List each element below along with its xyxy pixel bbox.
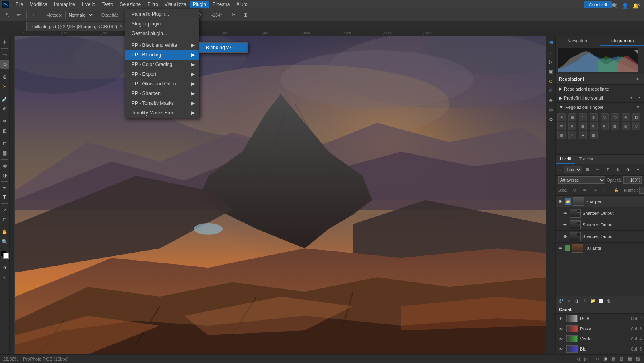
layer-eye-out1[interactable]: 👁 [562, 210, 568, 216]
canali-rgb[interactable]: 👁 RGB Ctrl+2 [556, 314, 644, 324]
plugin-pannello[interactable]: Pannello Plugin... [125, 9, 199, 19]
tool-crop[interactable]: ✂ [0, 82, 9, 91]
menu-selezione[interactable]: Selezione [116, 1, 144, 8]
minimize-button[interactable]: ─ [610, 0, 621, 9]
adj-brightness-icon[interactable]: ☀ [557, 113, 566, 121]
tool-zoom[interactable]: 🔍 [0, 237, 9, 246]
tool-brush[interactable]: ✏ [0, 117, 9, 126]
reg-personali-header[interactable]: ▶ Predefiniti personali + ⋯ [556, 93, 644, 102]
livelli-filter-icon-2[interactable]: ✏ [593, 165, 602, 174]
new-group-btn[interactable]: 📁 [590, 297, 596, 304]
opacity-input[interactable] [623, 176, 642, 184]
adj-curves-icon[interactable]: ∿ [579, 113, 587, 121]
ps-icon[interactable]: Ps [547, 38, 555, 47]
tool-move[interactable]: ✛ [0, 38, 9, 47]
tool-eyedropper[interactable]: 💉 [0, 95, 9, 104]
tool-pen[interactable]: ✒ [0, 183, 9, 192]
panel-8-icon[interactable]: ⚙ [547, 115, 555, 124]
layer-taillante[interactable]: 👁 Taillante [556, 243, 644, 254]
new-layer-btn[interactable]: 📄 [598, 297, 604, 304]
delete-layer-btn[interactable]: 🗑 [606, 297, 612, 304]
panel-6-icon[interactable]: ⊕ [547, 96, 555, 105]
maximize-button[interactable]: □ [621, 0, 633, 9]
menu-testo[interactable]: Testo [99, 1, 117, 8]
tool-marquee[interactable]: ▭ [0, 50, 9, 59]
adj-photofilter-icon[interactable]: ⌘ [557, 122, 566, 130]
adj-colorlookup-icon[interactable]: ▦ [579, 122, 587, 130]
adj-gradient-icon[interactable]: ▤ [622, 122, 630, 130]
tool-blur[interactable]: ◎ [0, 161, 9, 170]
livelli-filter-icon-4[interactable]: ⊕ [613, 165, 622, 174]
eye-rosso[interactable]: 👁 [558, 326, 564, 332]
tool-shape[interactable]: □ [0, 215, 9, 224]
layer-sharpen-group[interactable]: 👁 📁 Sharpen [556, 196, 644, 207]
plugin-bw[interactable]: PP - Black and White ▶ [125, 40, 199, 50]
panel-1-icon[interactable]: ↕ [547, 48, 555, 56]
status-btn-3[interactable]: ▤ [610, 356, 617, 362]
fill-input[interactable] [639, 187, 644, 194]
fx-btn[interactable]: fx [566, 297, 572, 304]
status-btn-2[interactable]: ▣ [602, 356, 609, 362]
panel-4-icon[interactable]: ⊕ [547, 77, 555, 85]
reg-menu-icon[interactable]: ≡ [634, 76, 641, 82]
reg-add-icon[interactable]: + [629, 95, 634, 101]
plugin-glow[interactable]: PP - Glow and Orton ▶ [125, 79, 199, 89]
tool-lasso[interactable]: ⟲ [0, 60, 9, 69]
plugin-tonality[interactable]: PP - Tonality Masks ▶ [125, 98, 199, 108]
transform-icon[interactable]: ⊞ [240, 10, 250, 20]
adj-mixer-icon[interactable]: ⊞ [568, 122, 576, 130]
menu-aiuto[interactable]: Aiuto [233, 1, 250, 8]
adj-invert-icon[interactable]: ⊡ [590, 122, 598, 130]
reg-predefinite-header[interactable]: ▶ Regolazioni predefinite [556, 85, 644, 93]
panel-3-icon[interactable]: ▣ [547, 67, 555, 76]
plugin-color[interactable]: PP - Color Grading ▶ [125, 60, 199, 69]
link-layers-btn[interactable]: 🔗 [557, 297, 564, 304]
lock-paint-btn[interactable]: ✏ [580, 186, 589, 195]
reg-singole-header[interactable]: ▼ Regolazioni singole ≡ [556, 103, 644, 112]
foreground-color[interactable] [1, 251, 9, 259]
lock-move-btn[interactable]: ✛ [591, 186, 600, 195]
condividi-button[interactable]: Condividi [584, 1, 612, 8]
tool-circle[interactable]: ○ [29, 10, 39, 20]
canali-verde[interactable]: 👁 Verde Ctrl+4 [556, 334, 644, 344]
layer-eye-sharpen[interactable]: 👁 [557, 199, 563, 204]
status-btn-5[interactable]: ▦ [626, 356, 633, 362]
reg-singole-menu-icon[interactable]: ≡ [635, 104, 641, 110]
doc-tab-close[interactable]: ✕ [120, 24, 123, 29]
plugin-export[interactable]: PP - Export ▶ [125, 69, 199, 79]
tool-clone[interactable]: ⊞ [0, 127, 9, 135]
tool-dodge[interactable]: ◑ [0, 171, 9, 180]
tool-frame[interactable]: ⊡ [0, 273, 9, 282]
menu-immagine[interactable]: Immagine [51, 1, 78, 8]
layer-sharpen-out1[interactable]: 👁 Sharpen Output [556, 207, 644, 219]
livelli-type-filter[interactable]: Tipo [564, 166, 582, 173]
crop-icon[interactable]: ✂ [229, 10, 239, 20]
canali-rosso[interactable]: 👁 Rosso Ctrl+3 [556, 324, 644, 334]
layer-eye-out2[interactable]: 👁 [562, 222, 568, 228]
adj-exposure-icon[interactable]: ◑ [590, 113, 598, 121]
adj-levels2-icon[interactable]: ▦ [557, 131, 566, 139]
plugin-sharpen[interactable]: PP - Sharpen ▶ [125, 89, 199, 98]
tool-healing[interactable]: ⊕ [0, 104, 9, 113]
lock-transparent-btn[interactable]: ⬡ [570, 186, 579, 195]
adj-colorbalance-icon[interactable]: ⊕ [622, 113, 630, 121]
adj-hsl-icon[interactable]: ⬡ [611, 113, 619, 121]
livelli-filter-toggle[interactable]: ● [634, 165, 642, 174]
status-btn-1[interactable]: □ [594, 356, 601, 362]
tool-quick-select[interactable]: ⊛ [0, 73, 9, 81]
livelli-filter-icon-3[interactable]: T [603, 165, 612, 174]
blending-v2-item[interactable]: Blending v2.1 [200, 43, 247, 52]
panel-5-icon[interactable]: ⊕ [547, 86, 555, 95]
tool-text[interactable]: T [0, 193, 9, 202]
menu-filtro[interactable]: Filtro [144, 1, 161, 8]
layer-eye-taillante[interactable]: 👁 [557, 245, 563, 251]
tool-mask[interactable]: ◑ [0, 263, 9, 272]
tool-pen[interactable]: ✏ [14, 10, 23, 20]
tool-hand[interactable]: ✋ [0, 228, 9, 236]
tab-istogramma[interactable]: Istogramma [600, 36, 644, 46]
livelli-filter-icon-1[interactable]: ⊞ [583, 165, 592, 174]
doc-tab[interactable]: Taillante.psd @ 22,9% (Sharpen, RGB/16#)… [26, 22, 128, 31]
adj-thresh-icon[interactable]: ▧ [611, 122, 619, 130]
tab-navigatore[interactable]: Navigatore [556, 36, 600, 46]
plugin-tonality-free[interactable]: Tonality Masks Free ▶ [125, 108, 199, 118]
